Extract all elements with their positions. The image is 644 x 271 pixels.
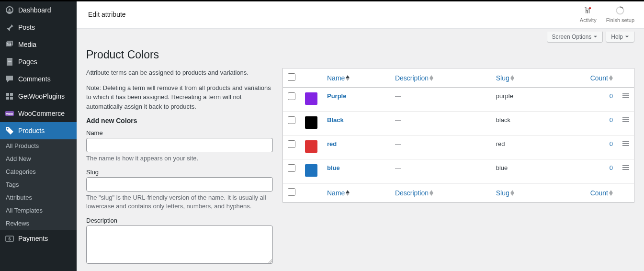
menu-label: WooCommerce <box>18 110 65 117</box>
col-desc-sort[interactable]: Description <box>395 74 433 82</box>
header-title: Edit attribute <box>86 11 126 18</box>
menu-label: Payments <box>18 235 48 242</box>
comments-icon <box>5 74 14 84</box>
intro-text-1: Attribute terms can be assigned to produ… <box>86 68 273 78</box>
svg-rect-18 <box>622 117 629 118</box>
svg-text:$: $ <box>8 237 11 241</box>
svg-rect-3 <box>8 63 10 63</box>
submenu-categories[interactable]: Categories <box>0 165 77 178</box>
admin-sidebar: Dashboard Posts Media Pages Comments Get… <box>0 0 77 271</box>
help-tab[interactable]: Help <box>606 32 634 43</box>
svg-rect-24 <box>622 165 629 166</box>
sort-icon <box>346 75 350 81</box>
submenu-tags[interactable]: Tags <box>0 178 77 191</box>
svg-point-13 <box>589 7 591 9</box>
sort-icon <box>609 190 613 196</box>
chevron-down-icon <box>625 34 629 40</box>
select-all-checkbox-bottom[interactable] <box>288 188 295 196</box>
finish-setup-button[interactable]: Finish setup <box>606 6 634 23</box>
term-name-link[interactable]: Purple <box>327 92 346 100</box>
drag-handle-icon[interactable] <box>622 141 629 148</box>
menu-media[interactable]: Media <box>0 36 77 53</box>
select-all-checkbox[interactable] <box>288 73 295 81</box>
slug-help: The "slug" is the URL-friendly version o… <box>86 193 273 211</box>
term-name-link[interactable]: Black <box>327 116 344 124</box>
menu-label: Pages <box>18 58 37 66</box>
menu-label: Comments <box>18 75 51 83</box>
menu-label: Products <box>18 127 45 135</box>
description-label: Description <box>86 217 273 224</box>
name-label: Name <box>86 129 273 136</box>
row-checkbox[interactable] <box>288 116 295 124</box>
term-slug: purple <box>496 92 513 100</box>
svg-rect-2 <box>8 61 11 62</box>
svg-rect-26 <box>622 169 629 170</box>
submenu-all-products[interactable]: All Products <box>0 139 77 152</box>
term-count-link[interactable]: 0 <box>610 140 613 147</box>
slug-input[interactable] <box>86 177 273 192</box>
finish-label: Finish setup <box>606 17 634 23</box>
menu-comments[interactable]: Comments <box>0 70 77 88</box>
col-count-sort[interactable]: Count <box>590 189 613 197</box>
menu-label: Posts <box>18 23 35 31</box>
term-count-link[interactable]: 0 <box>610 92 613 100</box>
menu-posts[interactable]: Posts <box>0 19 77 36</box>
media-icon <box>5 40 14 49</box>
menu-getwooplugins[interactable]: GetWooPlugins <box>0 88 77 105</box>
color-swatch <box>305 164 317 177</box>
svg-rect-4 <box>6 93 9 96</box>
row-checkbox[interactable] <box>288 140 295 148</box>
term-count-link[interactable]: 0 <box>610 116 613 124</box>
sort-icon <box>429 190 433 196</box>
dashboard-icon <box>5 5 14 15</box>
row-checkbox[interactable] <box>288 92 295 100</box>
term-description: — <box>395 116 401 124</box>
page-title: Product Colors <box>86 48 634 61</box>
term-name-link[interactable]: red <box>327 140 337 147</box>
activity-button[interactable]: Activity <box>580 6 597 23</box>
submenu-attributes[interactable]: Attributes <box>0 191 77 204</box>
term-name-link[interactable]: blue <box>327 164 340 171</box>
sort-icon <box>429 75 433 81</box>
terms-table: Name Description Slug Count Purple — pur… <box>282 68 634 203</box>
name-input[interactable] <box>86 138 273 152</box>
term-description: — <box>395 92 401 100</box>
drag-handle-icon[interactable] <box>622 117 629 124</box>
svg-rect-1 <box>8 60 11 60</box>
svg-rect-6 <box>6 97 9 100</box>
col-slug-sort[interactable]: Slug <box>496 189 514 197</box>
svg-rect-22 <box>622 143 629 144</box>
menu-dashboard[interactable]: Dashboard <box>0 1 77 19</box>
submenu-reviews[interactable]: Reviews <box>0 217 77 230</box>
submenu-add-new[interactable]: Add New <box>0 152 77 165</box>
woo-icon: woo <box>5 109 14 118</box>
menu-products[interactable]: Products <box>0 122 77 139</box>
svg-point-10 <box>7 128 9 130</box>
col-slug-sort[interactable]: Slug <box>496 74 514 82</box>
sort-icon <box>510 75 514 81</box>
col-count-sort[interactable]: Count <box>590 74 613 82</box>
drag-handle-icon[interactable] <box>622 165 629 172</box>
activity-label: Activity <box>580 17 597 23</box>
submenu-all-templates[interactable]: All Templates <box>0 204 77 217</box>
col-desc-sort[interactable]: Description <box>395 189 433 197</box>
col-name-sort[interactable]: Name <box>327 189 350 197</box>
sort-icon <box>510 190 514 196</box>
term-slug: red <box>496 140 505 147</box>
menu-pages[interactable]: Pages <box>0 53 77 70</box>
svg-text:woo: woo <box>6 112 13 115</box>
col-name-sort[interactable]: Name <box>327 74 350 82</box>
term-count-link[interactable]: 0 <box>610 164 613 171</box>
svg-rect-25 <box>622 167 629 168</box>
menu-woocommerce[interactable]: woo WooCommerce <box>0 105 77 122</box>
intro-text-2: Note: Deleting a term will remove it fro… <box>86 83 273 112</box>
svg-rect-7 <box>10 97 13 100</box>
description-input[interactable] <box>86 226 273 264</box>
drag-handle-icon[interactable] <box>622 93 629 101</box>
row-checkbox[interactable] <box>288 164 295 172</box>
term-slug: black <box>496 116 510 124</box>
menu-payments[interactable]: $ Payments <box>0 230 77 247</box>
svg-rect-23 <box>622 145 629 146</box>
screen-options-tab[interactable]: Screen Options <box>547 32 603 43</box>
plugin-icon <box>5 91 14 101</box>
